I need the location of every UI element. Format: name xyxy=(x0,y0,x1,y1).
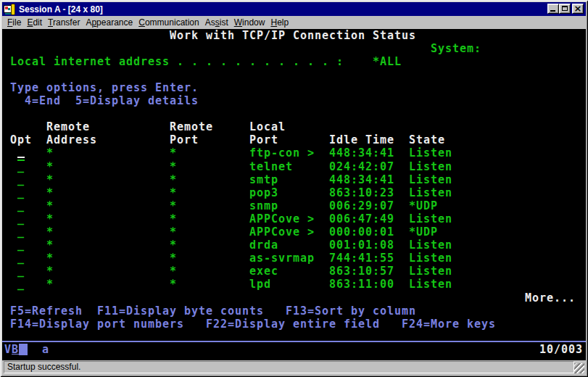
system-label-line: System: xyxy=(3,43,481,56)
close-button[interactable]: × xyxy=(572,4,584,14)
menu-item-appearance[interactable]: Appearance xyxy=(83,17,136,28)
application-window: Session A - [24 x 80] × FileEditTransfer… xyxy=(0,0,588,377)
status-message: Startup successful. xyxy=(7,362,80,372)
minimize-icon xyxy=(550,10,555,12)
table-header-row1: Remote Remote Local xyxy=(3,121,286,134)
oia-input-inhibit-block xyxy=(19,344,28,355)
oia-cursor-position: 10/003 xyxy=(539,343,583,356)
function-keys-line2: F14=Display port numbers F22=Display ent… xyxy=(3,318,496,331)
menu-item-help[interactable]: Help xyxy=(268,17,291,28)
menu-bar: FileEditTransferAppearanceCommunicationA… xyxy=(2,16,586,29)
connection-row-as-svrmap[interactable]: _ * * as-svrmap 744:41:55 Listen xyxy=(3,252,452,265)
screen-title: Work with TCP/IP Connection Status xyxy=(3,30,416,43)
oia-separator xyxy=(2,341,586,342)
window-controls: × xyxy=(547,4,584,14)
connection-row-lpd[interactable]: _ * * lpd 863:11:00 Listen xyxy=(3,278,452,291)
connection-row-ftp-con[interactable]: * * ftp-con > 448:34:41 Listen xyxy=(3,147,452,160)
menu-item-window[interactable]: Window xyxy=(231,17,268,28)
connection-row-exec[interactable]: _ * * exec 863:10:57 Listen xyxy=(3,265,452,278)
maximize-icon xyxy=(562,6,568,11)
monitor-base xyxy=(5,13,11,14)
oia-keyboard-indicator: V xyxy=(3,343,12,356)
more-indicator: More... xyxy=(3,292,576,305)
local-address-line: Local internet address . . . . . . . . .… xyxy=(3,56,402,69)
monitor-screen-pixel2 xyxy=(8,8,10,10)
oia-shift-mode: a xyxy=(42,343,49,356)
window-title: Session A - [24 x 80] xyxy=(19,4,103,14)
terminal-screen[interactable]: Work with TCP/IP Connection Status Syste… xyxy=(2,29,586,360)
connection-row-pop3[interactable]: _ * * pop3 863:10:23 Listen xyxy=(3,187,452,200)
minimize-button[interactable] xyxy=(547,4,559,14)
status-message-panel: Startup successful. xyxy=(4,361,574,373)
connection-row-snmp[interactable]: _ * * snmp 006:29:07 *UDP xyxy=(3,200,438,213)
menu-item-assist[interactable]: Assist xyxy=(202,17,231,28)
title-bar[interactable]: Session A - [24 x 80] × xyxy=(2,2,586,16)
connection-row-appcove[interactable]: _ * * APPCove > 006:47:49 Listen xyxy=(3,213,452,226)
maximize-button[interactable] xyxy=(559,4,571,14)
type-options-prompt: Type options, press Enter. xyxy=(3,82,199,95)
connection-row-telnet[interactable]: _ * * telnet 024:42:07 Listen xyxy=(3,161,452,174)
table-header-row2: Opt Address Port Port Idle Time State xyxy=(3,134,445,147)
close-icon: × xyxy=(573,3,583,14)
connection-row-smtp[interactable]: _ * * smtp 448:34:41 Listen xyxy=(3,174,452,187)
menu-item-edit[interactable]: Edit xyxy=(24,17,45,28)
session-app-icon[interactable] xyxy=(4,4,15,15)
yellow-bolt-icon xyxy=(11,4,15,15)
oia-status-row: VB a 10/003 xyxy=(3,343,585,357)
menu-item-transfer[interactable]: Transfer xyxy=(45,17,83,28)
menu-item-file[interactable]: File xyxy=(4,17,24,28)
menu-item-communication[interactable]: Communication xyxy=(136,17,202,28)
status-bar: Startup successful. xyxy=(2,360,586,374)
function-keys-line1: F5=Refresh F11=Display byte counts F13=S… xyxy=(3,305,416,318)
connection-row-appcove[interactable]: _ * * APPCove > 000:00:01 *UDP xyxy=(3,226,438,239)
options-list: 4=End 5=Display details xyxy=(3,95,199,108)
oia-keyboard-indicator-2: B xyxy=(12,343,19,356)
connection-row-drda[interactable]: _ * * drda 001:01:08 Listen xyxy=(3,239,452,252)
resize-grip[interactable] xyxy=(574,363,584,373)
